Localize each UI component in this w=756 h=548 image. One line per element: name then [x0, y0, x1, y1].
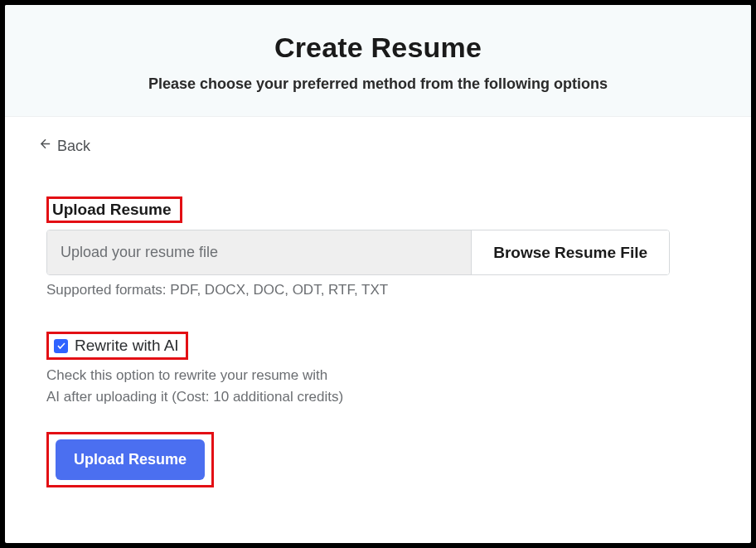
submit-highlight: Upload Resume [46, 432, 214, 487]
upload-resume-button[interactable]: Upload Resume [56, 439, 205, 480]
browse-file-button[interactable]: Browse Resume File [471, 230, 669, 274]
arrow-left-icon [38, 137, 52, 155]
rewrite-ai-checkbox[interactable] [54, 339, 68, 353]
upload-section-label: Upload Resume [52, 201, 172, 218]
header: Create Resume Please choose your preferr… [5, 5, 751, 117]
check-icon [56, 341, 66, 351]
rewrite-ai-description: Check this option to rewrite your resume… [46, 365, 444, 409]
rewrite-ai-highlight: Rewrite with AI [46, 332, 188, 360]
rewrite-ai-label: Rewrite with AI [75, 337, 179, 355]
resume-file-input[interactable] [47, 230, 471, 274]
back-label: Back [57, 138, 90, 155]
upload-section-highlight: Upload Resume [46, 196, 182, 223]
supported-formats-hint: Supported formats: PDF, DOCX, DOC, ODT, … [46, 282, 718, 298]
page-subtitle: Please choose your preferred method from… [22, 75, 734, 93]
page-title: Create Resume [22, 32, 734, 64]
back-link[interactable]: Back [38, 137, 90, 155]
file-input-row: Browse Resume File [46, 230, 670, 275]
